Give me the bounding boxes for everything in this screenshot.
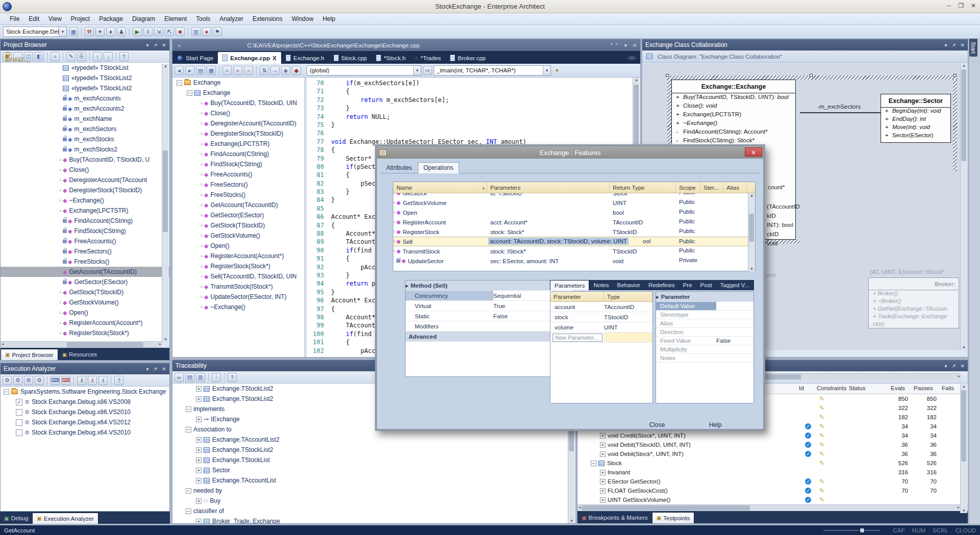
- expand-icon[interactable]: +: [600, 433, 606, 439]
- close-editor-icon[interactable]: ✕: [632, 42, 637, 49]
- testpoint-icon[interactable]: ⚑: [213, 27, 222, 36]
- layout-icon[interactable]: ▤: [185, 373, 194, 382]
- testpoints-hscrollbar[interactable]: ◂ ▸: [577, 504, 961, 511]
- class-box-broker[interactable]: Broker:+ Broker()+ ~Broker()+ GetNet(Exc…: [868, 277, 959, 328]
- tab-execution-analyzer[interactable]: ▣Execution Analyzer: [32, 513, 98, 524]
- debug-icon[interactable]: ♟: [117, 27, 126, 36]
- tree-item[interactable]: ◆Buy(TAccountID, TStockID, U: [1, 155, 169, 165]
- panel-menu-icon[interactable]: ▾: [945, 363, 947, 369]
- run-icon[interactable]: ♦: [106, 27, 115, 36]
- sync-icon[interactable]: ⇅: [260, 66, 269, 75]
- editor-tree-method[interactable]: ◆FindAccount(CString): [172, 149, 304, 159]
- menu-item-help[interactable]: Help: [318, 14, 340, 24]
- checkbox-icon[interactable]: [16, 419, 22, 426]
- doc-tab-Stock-cpp[interactable]: Stock.cpp: [329, 52, 372, 64]
- menu-item-diagram[interactable]: Diagram: [128, 14, 160, 24]
- record-icon[interactable]: ●: [202, 27, 211, 36]
- menu-item-extensions[interactable]: Extensions: [248, 14, 287, 24]
- menu-item-tools[interactable]: Tools: [191, 14, 215, 24]
- test-run-icon[interactable]: 𐀪: [98, 376, 108, 385]
- expand-icon[interactable]: +: [196, 478, 202, 483]
- build-config-combo[interactable]: Stock Exchange.Debu▾: [3, 27, 67, 37]
- tree-item[interactable]: ◆m_exchSectors: [1, 124, 169, 134]
- maximize-button[interactable]: ❐: [958, 2, 964, 9]
- menu-item-window[interactable]: Window: [287, 14, 318, 24]
- help-icon[interactable]: ?: [119, 52, 129, 61]
- editor-tree-method[interactable]: ◆Open(): [172, 241, 304, 251]
- pin-icon[interactable]: 📌︎: [153, 366, 158, 372]
- analyzer-config[interactable]: ⚙Stock Exchange.Debug.x64.VS2012: [1, 417, 169, 427]
- expand-icon[interactable]: +: [600, 470, 606, 475]
- column-header-name[interactable]: Name ▴: [393, 182, 487, 193]
- close-dialog-button[interactable]: Close: [642, 420, 672, 430]
- analyzer-config[interactable]: ⚙Stock Exchange.Debug.x86.VS2010: [1, 407, 169, 417]
- param-tab-redefines[interactable]: Redefines: [644, 280, 679, 290]
- debug-run-icon[interactable]: 𐀪: [88, 376, 97, 385]
- property-row-static[interactable]: StaticFalse: [406, 311, 573, 321]
- expand-icon[interactable]: −: [177, 80, 182, 86]
- operation-row-transmitstock[interactable]: ◆TransmitStockstock: IStock*TStockIDPubl…: [393, 246, 755, 256]
- tree-item[interactable]: ◆m_exchAccounts: [1, 93, 169, 104]
- tree-item[interactable]: ◆Exchange(LPCTSTR): [1, 206, 169, 216]
- stop-icon[interactable]: ■: [175, 27, 185, 36]
- doc-tab-Exchange-cpp[interactable]: Exchange.cppX: [218, 52, 281, 64]
- column-header-alias[interactable]: Alias: [723, 182, 747, 193]
- expand-icon[interactable]: +: [600, 451, 606, 457]
- panel-menu-icon[interactable]: ▾: [624, 42, 627, 49]
- help-icon[interactable]: ?: [228, 373, 237, 382]
- operations-vscrollbar[interactable]: ▲▼: [748, 193, 755, 271]
- parameter-row-volume[interactable]: volumeUINT: [550, 322, 652, 333]
- editor-tree-folder[interactable]: −Exchange: [172, 78, 304, 88]
- expand-icon[interactable]: +: [196, 396, 202, 402]
- operation-row-open[interactable]: ◆OpenboolPublic: [393, 208, 755, 217]
- testpoint-row[interactable]: +ESector GetSector()✓✎7070: [577, 477, 968, 486]
- expand-icon[interactable]: +: [196, 417, 202, 422]
- traceability-item[interactable]: −needed by: [172, 486, 575, 496]
- parameter-row-stock[interactable]: stockTStockID: [550, 312, 652, 322]
- build-icon[interactable]: ⚒: [85, 27, 94, 36]
- param-prop-alias[interactable]: Alias: [656, 319, 753, 328]
- tree-item[interactable]: ◆m_exchStocks: [1, 134, 169, 144]
- help-icon[interactable]: ?: [114, 376, 123, 385]
- testpoints-column-passes[interactable]: Passes: [914, 385, 933, 391]
- find-icon[interactable]: ⌕: [222, 66, 232, 75]
- editor-tree-method[interactable]: ◆GetStock(TStockID): [172, 220, 304, 231]
- new-parameter-input[interactable]: New Parameter...: [552, 334, 602, 342]
- minimize-button[interactable]: ─: [947, 2, 951, 9]
- build-script-icon[interactable]: ⌨: [51, 376, 60, 385]
- tree-item[interactable]: ◆m_exchName: [1, 114, 169, 124]
- traceability-item[interactable]: +⬭Buy: [172, 496, 575, 506]
- diagram-breadcrumb[interactable]: Class Diagram: "Exchange Class Collabora…: [642, 50, 968, 63]
- parameters-edit-overlay[interactable]: account: TAccountID, stock: TStockID, vo…: [488, 238, 629, 245]
- param-prop-multiplicity[interactable]: Multiplicity: [656, 345, 753, 354]
- save-all-icon[interactable]: ▦: [207, 66, 216, 75]
- tree-item[interactable]: ◆DeregisterStock(TStockID): [1, 185, 169, 195]
- doc-tab--Trades[interactable]: ∴*Trades: [410, 52, 445, 64]
- property-row-advanced[interactable]: Advanced: [406, 332, 573, 342]
- new-parameter-row[interactable]: New Parameter...: [550, 333, 652, 343]
- expand-icon[interactable]: −: [186, 488, 191, 494]
- expand-icon[interactable]: +: [600, 488, 606, 494]
- nav-fwd-icon[interactable]: ▸: [185, 66, 194, 75]
- testpoint-row[interactable]: +void Credit(Stock*, UINT, INT)✓✎3434: [577, 431, 968, 440]
- testpoints-column-evals[interactable]: Evals: [891, 385, 905, 391]
- goto-definition-icon[interactable]: ⇨: [423, 66, 432, 75]
- menu-item-package[interactable]: Package: [94, 14, 128, 24]
- tab-resources[interactable]: ▣Resources: [58, 349, 101, 360]
- tree-item[interactable]: ◆GetSector(ESector): [1, 277, 169, 287]
- tab-operations[interactable]: Operations: [418, 162, 459, 173]
- testpoint-row[interactable]: +FLOAT GetStockCost()✓✎7070: [577, 486, 968, 495]
- edit-icon[interactable]: ✎: [66, 52, 76, 61]
- new-folder-icon[interactable]: 🗀&#xFE0E;: [13, 52, 22, 61]
- new-diagram-icon[interactable]: ◫: [24, 52, 33, 61]
- column-header-returntype[interactable]: Return Type: [610, 182, 676, 193]
- filter-menu-icon[interactable]: ⫶: [212, 373, 221, 382]
- param-prop-direction[interactable]: Direction: [656, 328, 753, 337]
- tree-item[interactable]: ◆Open(): [1, 308, 169, 318]
- param-tab-pre[interactable]: Pre: [679, 280, 696, 290]
- help-button[interactable]: Help: [702, 420, 728, 430]
- doc-tab-Start-Page[interactable]: Start Page: [172, 52, 218, 64]
- column-header-parameters[interactable]: Parameters: [487, 182, 610, 193]
- selection-handle[interactable]: [810, 74, 813, 77]
- close-panel-icon[interactable]: ✕: [961, 42, 965, 48]
